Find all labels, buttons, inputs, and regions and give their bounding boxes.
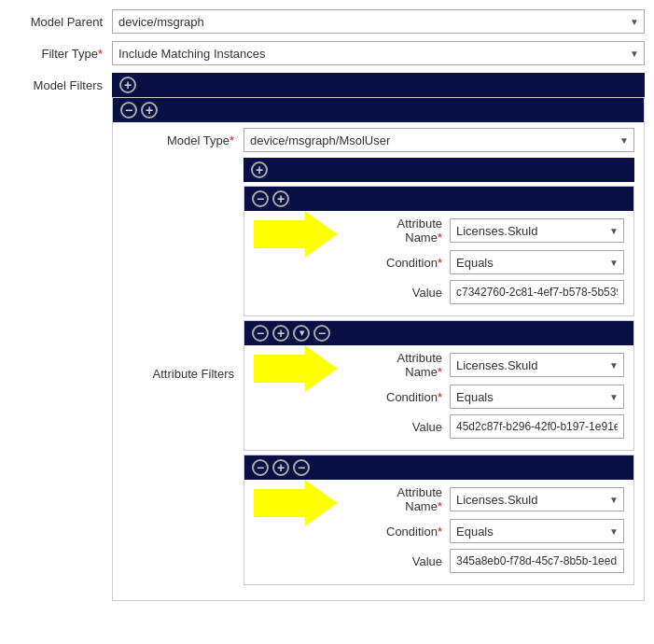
add-attribute-filter-button[interactable]: + (251, 161, 268, 178)
attr-filter-3-add-button[interactable]: + (272, 459, 289, 476)
attr-filter-1-fields: AttributeName* Licenses.Skuld (347, 211, 633, 315)
model-type-label: Model Type* (122, 133, 244, 147)
condition-1-select[interactable]: Equals Not Equals Contains Not Contains (450, 250, 624, 274)
condition-3-select-wrapper: Equals Not Equals Contains Not Contains (450, 519, 624, 543)
attr-name-3-select-wrapper: Licenses.Skuld (450, 487, 624, 511)
condition-2-select[interactable]: Equals Not Equals Contains Not Contains (450, 385, 624, 409)
attr-name-1-select[interactable]: Licenses.Skuld (450, 218, 624, 243)
attr-filter-2-extra-button[interactable]: − (313, 325, 330, 342)
attr-filter-1-content: AttributeName* Licenses.Skuld (244, 211, 633, 315)
attr-filter-3-extra-button[interactable]: − (293, 459, 310, 476)
attr-filter-2-down-button[interactable]: ▾ (293, 325, 310, 342)
condition-3-row: Condition* Equals Not Equals Contains (356, 519, 624, 543)
attribute-filter-block-3: − + − (244, 455, 634, 585)
value-3-label: Value (356, 554, 450, 568)
filter-type-select[interactable]: Include Matching Instances Exclude Match… (112, 41, 645, 65)
model-parent-select-wrapper: device/msgraph (112, 9, 645, 34)
attr-name-3-label: AttributeName* (356, 485, 450, 513)
model-block-inner: Model Type* device/msgraph/MsolUser Attr… (113, 122, 644, 600)
attribute-filter-block-2: − + ▾ − (244, 320, 634, 451)
attr-name-1-row: AttributeName* Licenses.Skuld (356, 217, 624, 245)
model-type-row: Model Type* device/msgraph/MsolUser (122, 128, 634, 152)
attr-filter-1-arrow (244, 211, 347, 258)
attr-filter-3-toolbar: − + − (244, 455, 633, 480)
attr-name-3-select[interactable]: Licenses.Skuld (450, 487, 624, 511)
model-block: − + Model Type* device/msgraph/MsolUser (112, 97, 645, 601)
yellow-arrow-3 (254, 480, 338, 526)
attribute-filters-section: + − + (244, 158, 634, 589)
value-3-input[interactable] (450, 549, 624, 573)
model-filters-label: Model Filters (9, 73, 112, 92)
model-parent-select[interactable]: device/msgraph (112, 9, 645, 34)
model-filters-toolbar: + (112, 73, 645, 97)
add-model-block-button[interactable]: + (141, 102, 158, 119)
attr-filter-2-content: AttributeName* Licenses.Skuld (244, 345, 633, 450)
value-3-row: Value (356, 549, 624, 573)
condition-1-label: Condition* (356, 256, 450, 270)
model-block-toolbar: − + (113, 98, 644, 122)
condition-3-select[interactable]: Equals Not Equals Contains Not Contains (450, 519, 624, 543)
attr-filter-1-toolbar: − + (244, 187, 633, 211)
model-type-select[interactable]: device/msgraph/MsolUser (244, 128, 634, 152)
attribute-filter-block-1: − + (244, 186, 634, 316)
attribute-filters-add-toolbar: + (244, 158, 634, 182)
filter-type-label: Filter Type* (9, 47, 112, 61)
attr-filter-3-fields: AttributeName* Licenses.Skuld (347, 480, 633, 584)
attr-name-2-label: AttributeName* (356, 351, 450, 379)
attr-name-2-row: AttributeName* Licenses.Skuld (356, 351, 624, 379)
value-2-row: Value (356, 414, 624, 439)
yellow-arrow-2 (254, 345, 338, 392)
attr-filter-1-remove-button[interactable]: − (252, 190, 269, 207)
attribute-filters-row: Attribute Filters + − + (122, 158, 634, 589)
value-1-row: Value (356, 280, 624, 304)
main-container: Model Parent device/msgraph Filter Type*… (0, 0, 654, 614)
model-parent-row: Model Parent device/msgraph (9, 9, 645, 34)
filter-type-row: Filter Type* Include Matching Instances … (9, 41, 645, 65)
attr-filter-2-arrow (244, 345, 347, 392)
condition-3-label: Condition* (356, 525, 450, 539)
attr-name-2-select-wrapper: Licenses.Skuld (450, 353, 624, 377)
condition-2-label: Condition* (356, 390, 450, 404)
model-filters-section: Model Filters + − + Model Type* (9, 73, 645, 605)
attr-filter-2-remove-button[interactable]: − (252, 325, 269, 342)
attribute-filters-label: Attribute Filters (122, 367, 244, 381)
value-2-input[interactable] (450, 414, 624, 439)
attr-filter-3-content: AttributeName* Licenses.Skuld (244, 480, 633, 584)
condition-1-select-wrapper: Equals Not Equals Contains Not Contains (450, 250, 624, 274)
attr-filter-3-arrow (244, 480, 347, 526)
condition-2-row: Condition* Equals Not Equals Contains (356, 385, 624, 409)
attr-filter-2-fields: AttributeName* Licenses.Skuld (347, 345, 633, 450)
attr-name-2-select[interactable]: Licenses.Skuld (450, 353, 624, 377)
condition-2-select-wrapper: Equals Not Equals Contains Not Contains (450, 385, 624, 409)
filter-type-select-wrapper: Include Matching Instances Exclude Match… (112, 41, 645, 65)
remove-model-block-button[interactable]: − (120, 102, 137, 119)
model-filters-content: + − + Model Type* (112, 73, 645, 605)
model-type-select-wrapper: device/msgraph/MsolUser (244, 128, 634, 152)
attr-name-1-select-wrapper: Licenses.Skuld (450, 218, 624, 243)
condition-1-row: Condition* Equals Not Equals Contains (356, 250, 624, 274)
value-2-label: Value (356, 420, 450, 434)
attr-name-1-label: AttributeName* (356, 217, 450, 245)
attr-name-3-row: AttributeName* Licenses.Skuld (356, 485, 624, 513)
yellow-arrow-1 (254, 211, 338, 258)
add-model-filter-button[interactable]: + (119, 77, 136, 93)
value-1-label: Value (356, 286, 450, 300)
attr-filter-3-remove-button[interactable]: − (252, 459, 269, 476)
attr-filter-2-add-button[interactable]: + (272, 325, 289, 342)
attr-filter-1-add-button[interactable]: + (272, 190, 289, 207)
value-1-input[interactable] (450, 280, 624, 304)
attr-filter-2-toolbar: − + ▾ − (244, 321, 633, 345)
model-parent-label: Model Parent (9, 15, 112, 29)
